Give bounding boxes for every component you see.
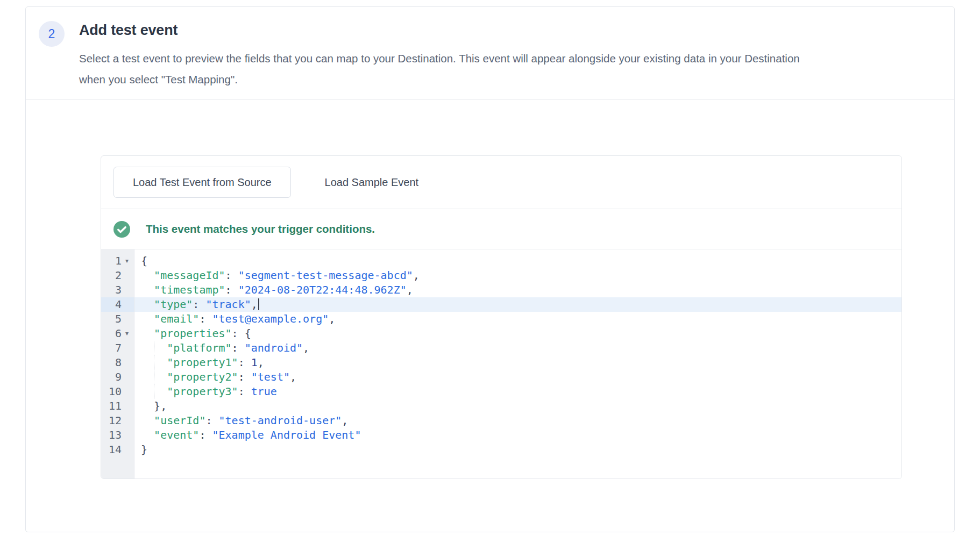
code-token: : [232, 341, 245, 354]
line-number: 12 [109, 413, 122, 428]
code-token: , [251, 298, 258, 311]
text-cursor [258, 298, 259, 310]
line-number: 4 [115, 297, 122, 312]
code-token: "Example Android Event" [212, 429, 361, 441]
code-token: : [238, 385, 251, 398]
code-token: "track" [205, 298, 251, 311]
load-test-event-button[interactable]: Load Test Event from Source [113, 167, 291, 198]
code-line[interactable]: 7 "platform": "android", [101, 341, 901, 355]
code-line[interactable]: 10 "property3": true [101, 384, 901, 399]
code-token: : [199, 429, 212, 441]
code-line[interactable]: 8 "property1": 1, [101, 355, 901, 370]
code-token: : { [232, 327, 251, 340]
code-token: "timestamp" [154, 283, 225, 296]
code-token: , [342, 414, 348, 427]
test-event-panel: Load Test Event from Source Load Sample … [101, 155, 902, 479]
code-token: true [251, 385, 277, 398]
code-token: "userId" [154, 414, 205, 427]
line-number: 10 [109, 384, 122, 399]
code-token: "event" [154, 429, 199, 441]
code-token: "test@example.org" [212, 312, 329, 325]
code-token: , [407, 283, 413, 296]
code-token: "android" [245, 341, 303, 354]
check-circle-icon [113, 221, 130, 238]
indent-guide [154, 370, 154, 384]
code-token: "property3" [167, 385, 238, 398]
code-line[interactable]: 11 }, [101, 399, 901, 413]
code-line[interactable]: 13 "event": "Example Android Event" [101, 428, 901, 442]
code-token: , [413, 269, 420, 282]
code-token: "2024-08-20T22:44:48.962Z" [238, 283, 407, 296]
line-number: 1 [115, 254, 122, 268]
code-token: : [225, 283, 238, 296]
code-line[interactable]: 2 "messageId": "segment-test-message-abc… [101, 268, 901, 283]
code-token: : [199, 312, 212, 325]
code-line[interactable]: 5 "email": "test@example.org", [101, 312, 901, 326]
code-token: 1 [251, 356, 258, 369]
fold-chevron-down-icon[interactable]: ▾ [122, 254, 132, 268]
indent-guide [154, 384, 154, 399]
code-token: { [141, 254, 147, 267]
editor-bottom-spacer [101, 457, 901, 479]
code-token: "messageId" [154, 269, 225, 282]
line-number: 6 [115, 326, 122, 341]
header-divider [26, 99, 954, 100]
code-token: : [193, 298, 205, 311]
indent-guide [154, 341, 154, 355]
line-number: 9 [115, 370, 122, 384]
code-token: "segment-test-message-abcd" [238, 269, 413, 282]
code-line[interactable]: 1▾{ [101, 254, 901, 268]
line-number: 7 [115, 341, 122, 355]
step-description: Select a test event to preview the field… [79, 48, 808, 90]
code-token: "properties" [154, 327, 232, 340]
code-token: : [205, 414, 218, 427]
trigger-status-row: This event matches your trigger conditio… [101, 209, 901, 249]
page-title: Add test event [79, 22, 177, 39]
code-line[interactable]: 12 "userId": "test-android-user", [101, 413, 901, 428]
indent-guide [154, 355, 154, 370]
code-token: : [238, 356, 251, 369]
code-line[interactable]: 14} [101, 442, 901, 457]
code-token: "property2" [167, 370, 238, 383]
code-token: "platform" [167, 341, 231, 354]
code-token: "test" [251, 370, 290, 383]
code-token: , [303, 341, 309, 354]
load-sample-event-button[interactable]: Load Sample Event [306, 167, 438, 198]
line-number: 14 [109, 442, 122, 457]
line-number: 2 [115, 268, 122, 283]
code-token: , [329, 312, 335, 325]
code-token: , [258, 356, 264, 369]
code-token: : [225, 269, 238, 282]
code-token: "property1" [167, 356, 238, 369]
step-number: 2 [48, 27, 55, 41]
line-number: 5 [115, 312, 122, 326]
line-number: 11 [109, 399, 122, 413]
event-source-toolbar: Load Test Event from Source Load Sample … [101, 156, 901, 209]
line-number: 8 [115, 355, 122, 370]
step-number-badge: 2 [39, 21, 65, 47]
code-line[interactable]: 9 "property2": "test", [101, 370, 901, 384]
code-line[interactable]: 6▾ "properties": { [101, 326, 901, 341]
trigger-status-message: This event matches your trigger conditio… [146, 223, 375, 235]
code-token: "email" [154, 312, 199, 325]
code-token: , [290, 370, 296, 383]
code-token: "type" [154, 298, 193, 311]
code-token: : [238, 370, 251, 383]
editor-top-spacer [101, 249, 901, 254]
code-token: }, [154, 399, 167, 412]
code-line[interactable]: 3 "timestamp": "2024-08-20T22:44:48.962Z… [101, 283, 901, 297]
fold-chevron-down-icon[interactable]: ▾ [122, 326, 132, 341]
code-token: "test-android-user" [219, 414, 342, 427]
code-token: } [141, 443, 147, 456]
line-number: 13 [109, 428, 122, 442]
line-number: 3 [115, 283, 122, 297]
code-line[interactable]: 4 "type": "track", [101, 297, 901, 312]
json-code-editor[interactable]: 1▾{2 "messageId": "segment-test-message-… [101, 249, 901, 479]
add-test-event-card: 2 Add test event Select a test event to … [25, 6, 955, 532]
